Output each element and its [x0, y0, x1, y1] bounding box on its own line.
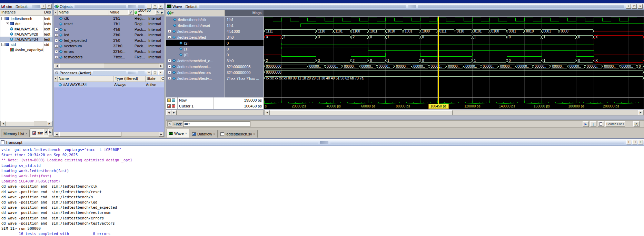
chevron-down-icon[interactable]: ▾: [172, 11, 174, 15]
wave-signal-name-row[interactable]: [0]: [166, 52, 225, 58]
tab-nav-right-icon[interactable]: ▶: [48, 129, 53, 135]
wave-signal-name-row[interactable]: /ledtestbench/clk: [166, 17, 225, 22]
wave-signal-name-row[interactable]: [2]: [166, 40, 225, 46]
processes-titlebar-grip[interactable]: [128, 72, 136, 74]
objects-row[interactable]: +s4'h8Pack...Internal: [54, 27, 164, 32]
sim-scroll-thumb[interactable]: [6, 121, 34, 126]
scroll-left-icon[interactable]: ◀: [265, 110, 270, 115]
transcript-log[interactable]: vsim -gui work.ledtestbench -voptargs="+…: [0, 146, 644, 236]
wave-canvas-scrollbar[interactable]: ◀ ▶: [264, 110, 644, 115]
objects-column-header[interactable]: ▼ Name Value ↱ 100450 ps ↷ ▶: [54, 10, 164, 16]
tab-nav-left-icon[interactable]: ◀: [43, 129, 48, 135]
scroll-left-icon[interactable]: ◀: [166, 110, 171, 115]
expand-toggle-icon[interactable]: +: [168, 30, 171, 33]
sim-pane-titlebar[interactable]: sim - Default + □ ×: [0, 3, 52, 10]
expand-toggle-icon[interactable]: +: [55, 39, 58, 42]
wave-signal-value-row[interactable]: 0: [225, 52, 264, 58]
wave-signal-value-row[interactable]: 1'h1: [225, 17, 264, 22]
expand-toggle-icon[interactable]: +: [168, 71, 171, 74]
wave-signal-value-row[interactable]: 32'h00000008: [225, 64, 264, 69]
now-mode-icon[interactable]: [172, 98, 175, 102]
sim-horizontal-scrollbar[interactable]: ◀ ▶: [0, 121, 52, 126]
sim-tree-row[interactable]: #ALWAYS#34ledt: [0, 37, 52, 42]
objects-pane-close-button[interactable]: ×: [158, 4, 163, 9]
wave-scroll-thumb[interactable]: [270, 110, 453, 115]
close-icon[interactable]: ×: [253, 132, 255, 136]
transcript-close-button[interactable]: ×: [638, 140, 643, 144]
find-close-icon[interactable]: ×: [167, 121, 172, 126]
expand-toggle-icon[interactable]: +: [55, 56, 58, 59]
wave-close-button[interactable]: ×: [638, 4, 643, 9]
wave-float-button[interactable]: □: [632, 4, 637, 9]
close-icon[interactable]: ×: [214, 132, 215, 136]
objects-scroll-thumb[interactable]: [59, 64, 104, 68]
wave-signal-value-row[interactable]: 7'hxx 7'hxx 7'hxx ...: [225, 75, 264, 81]
wave-signal-value-row[interactable]: 3'h0: [225, 58, 264, 64]
cursor-marker-icon[interactable]: [172, 104, 175, 108]
processes-scroll-thumb[interactable]: [59, 132, 121, 136]
objects-col-name[interactable]: Name: [58, 10, 109, 15]
scroll-left-icon[interactable]: ◀: [54, 64, 59, 68]
close-icon[interactable]: ×: [185, 132, 187, 135]
sim-tree-row[interactable]: #ALWAYS#28ledt: [0, 31, 52, 37]
tab-memory-list[interactable]: Memory List×: [1, 130, 30, 137]
scroll-right-icon[interactable]: ▶: [638, 110, 643, 115]
wave-titlebar-grip[interactable]: [408, 5, 416, 8]
wave-signal-name-row[interactable]: [1]: [166, 46, 225, 52]
objects-titlebar-grip[interactable]: [128, 5, 136, 8]
scroll-right-icon[interactable]: ▶: [171, 110, 177, 115]
sim-tree-row[interactable]: +dutleds: [0, 21, 52, 26]
scroll-left-icon[interactable]: ◀: [54, 132, 59, 136]
wave-signal-name-row[interactable]: -/ledtestbench/led: [166, 34, 225, 40]
sim-tree-row[interactable]: #ALWAYS#16ledt: [0, 26, 52, 31]
goto-time-icon[interactable]: ↱: [128, 10, 134, 15]
objects-row[interactable]: +led_expected3'h0Pack...Internal: [54, 38, 164, 43]
wave-signal-value-row[interactable]: 1'h1: [225, 22, 264, 28]
wave-signal-name-row[interactable]: +/ledtestbench/errors: [166, 69, 225, 75]
search-for-dropdown[interactable]: Search For ▾: [605, 121, 625, 127]
wave-signal-name-row[interactable]: +/ledtestbench/led_e...: [166, 58, 225, 64]
wave-signal-name-row[interactable]: +/ledtestbench/testv...: [166, 75, 225, 81]
objects-row[interactable]: clk1'h1Regi...Internal: [54, 16, 164, 21]
transcript-float-button[interactable]: □: [632, 140, 637, 144]
expand-toggle-icon[interactable]: +: [55, 34, 58, 37]
expand-toggle-icon[interactable]: +: [55, 50, 58, 53]
wave-titlebar[interactable]: Wave - Default + □ ×: [166, 3, 644, 10]
sim-pane-add-button[interactable]: +: [41, 4, 46, 9]
objects-row[interactable]: +errors32'h0...Pack...Internal: [54, 49, 164, 54]
sim-tree-row[interactable]: -ledtestbenchledt: [0, 16, 52, 21]
wave-canvas[interactable]: 1111111011011100101110101001100001110110…: [264, 17, 644, 109]
sim-col-instance[interactable]: Instance: [0, 10, 43, 15]
wave-signal-value-row[interactable]: 0: [225, 46, 264, 52]
processes-pane-titlebar[interactable]: ⚙ Processes (Active) + □ ×: [54, 70, 164, 76]
processes-col-name[interactable]: Name: [58, 76, 114, 82]
now-lock-icon[interactable]: [167, 98, 171, 102]
expand-toggle-icon[interactable]: +: [55, 45, 58, 48]
scroll-left-icon[interactable]: ◀: [1, 121, 6, 126]
expand-toggle-icon[interactable]: -: [1, 17, 4, 20]
objects-row[interactable]: reset1'h1Regi...Internal: [54, 21, 164, 27]
match-case-toggle[interactable]: (a): [633, 121, 640, 127]
wave-msgs-header[interactable]: Msgs: [225, 10, 264, 16]
chevron-down-icon[interactable]: ▾: [188, 123, 190, 125]
sim-tree-row[interactable]: #vsim_capacity#: [0, 47, 52, 52]
sim-titlebar-grip[interactable]: [32, 5, 40, 8]
cursor-value[interactable]: 100450 ps: [214, 103, 264, 109]
processes-col-type[interactable]: Type (filtered): [114, 76, 146, 82]
objects-col-value[interactable]: Value: [109, 10, 128, 15]
processes-pane-add-button[interactable]: +: [147, 70, 151, 75]
expand-toggle-icon[interactable]: -: [1, 43, 4, 46]
transcript-titlebar[interactable]: Transcript + □ ×: [0, 139, 644, 146]
scroll-right-icon[interactable]: ▶: [47, 121, 52, 126]
sim-pane-float-button[interactable]: □: [47, 4, 52, 9]
wave-signal-value-row[interactable]: 3'h0: [225, 34, 264, 40]
wave-signal-name-row[interactable]: /ledtestbench/reset: [166, 22, 225, 28]
wave-names-scrollbar[interactable]: ◀ ▶: [166, 110, 264, 115]
objects-row[interactable]: +testvectors7'hxx...Fixe...Internal: [54, 54, 164, 60]
expand-toggle-icon[interactable]: +: [168, 77, 171, 80]
find-report-icon[interactable]: [598, 121, 604, 127]
scroll-right-icon[interactable]: ▶: [159, 64, 164, 68]
processes-pane-close-button[interactable]: ×: [158, 70, 163, 75]
expand-toggle-icon[interactable]: +: [55, 28, 58, 31]
find-down-icon[interactable]: ↓: [590, 121, 596, 127]
